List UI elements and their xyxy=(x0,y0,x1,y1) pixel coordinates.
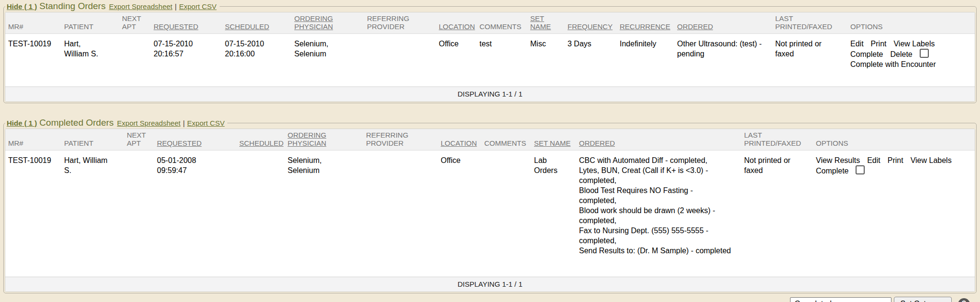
complete-link[interactable]: Complete xyxy=(850,50,883,58)
category-select[interactable]: Completed xyxy=(790,297,891,302)
col-ordering-physician[interactable]: ORDERINGPHYSICIAN xyxy=(291,12,364,34)
ordering-physician-cell: Selenium, Selenium xyxy=(291,34,364,87)
last-printed-faxed-cell: Not printed or faxed xyxy=(741,151,813,277)
ordered-cell: CBC with Automated Diff - completed, Lyt… xyxy=(576,151,741,277)
comments-cell: test xyxy=(477,34,527,87)
set-category-button[interactable]: Set Category xyxy=(894,297,952,302)
col-location[interactable]: LOCATION xyxy=(436,12,477,34)
set-name-cell: Misc xyxy=(527,34,565,87)
standing-header-row: MR# PATIENT NEXTAPT REQUESTED SCHEDULED … xyxy=(5,12,975,34)
standing-orders-legend: Hide ( 1 )Standing OrdersExport Spreadsh… xyxy=(5,1,220,11)
scheduled-cell xyxy=(236,151,285,277)
last-printed-faxed-cell: Not printed or faxed xyxy=(772,34,847,87)
col-ordered[interactable]: ORDERED xyxy=(576,129,741,151)
bottom-bar: Completed Set Category ? xyxy=(3,297,977,302)
ordered-item: Blood work should be drawn (2 weeks) - c… xyxy=(579,205,732,226)
standing-orders-table: MR# PATIENT NEXTAPT REQUESTED SCHEDULED … xyxy=(5,12,975,86)
col-set-name[interactable]: SETNAME xyxy=(527,12,565,34)
col-scheduled[interactable]: SCHEDULED xyxy=(236,129,285,151)
export-csv-link[interactable]: Export CSV xyxy=(187,119,224,127)
print-link[interactable]: Print xyxy=(871,40,887,48)
completed-orders-table-box: MR# PATIENT NEXTAPT REQUESTED SCHEDULED … xyxy=(5,129,975,292)
next-apt-cell xyxy=(119,34,151,87)
ordered-item: Blood Test Requires NO Fasting - complet… xyxy=(579,185,732,205)
displaying-count: DISPLAYING 1-1 / 1 xyxy=(5,86,975,101)
scheduled-cell: 07-15-2010 20:16:00 xyxy=(222,34,291,87)
hide-standing-orders-link[interactable]: Hide ( 1 ) xyxy=(7,2,37,11)
col-options: OPTIONS xyxy=(847,12,975,34)
edit-link[interactable]: Edit xyxy=(850,40,864,48)
hide-completed-orders-link[interactable]: Hide ( 1 ) xyxy=(7,119,37,127)
col-next-apt: NEXTAPT xyxy=(119,12,151,34)
complete-link[interactable]: Complete xyxy=(816,167,848,175)
edit-link[interactable]: Edit xyxy=(867,156,880,164)
requested-cell: 05-01-2008 09:59:47 xyxy=(154,151,236,277)
displaying-count: DISPLAYING 1-1 / 1 xyxy=(5,277,975,291)
complete-checkbox[interactable] xyxy=(856,165,865,174)
category-select-value: Completed xyxy=(795,300,832,302)
complete-checkbox[interactable] xyxy=(920,49,929,58)
export-spreadsheet-link[interactable]: Export Spreadsheet xyxy=(109,2,173,11)
ordered-item: CBC with Automated Diff - completed, xyxy=(579,155,732,165)
col-mr: MR# xyxy=(5,12,61,34)
referring-provider-cell xyxy=(364,34,436,87)
chevron-down-icon xyxy=(881,300,888,302)
view-results-link[interactable]: View Results xyxy=(816,156,860,164)
col-patient: PATIENT xyxy=(61,12,119,34)
col-ordering-physician[interactable]: ORDERINGPHYSICIAN xyxy=(285,129,363,151)
ordered-item: Other Ultrasound: (test) - pending xyxy=(677,39,766,59)
mr-cell: TEST-10019 xyxy=(5,34,61,87)
options-cell: EditPrintView Labels CompleteDelete Comp… xyxy=(847,34,975,87)
completed-orders-title: Completed Orders xyxy=(39,118,113,128)
table-row: TEST-10019 Hart, William S. 07-15-2010 2… xyxy=(5,34,975,87)
standing-orders-section: Hide ( 1 )Standing OrdersExport Spreadsh… xyxy=(3,1,977,103)
col-comments: COMMENTS xyxy=(481,129,531,151)
col-last-printed-faxed: LASTPRINTED/FAXED xyxy=(772,12,847,34)
location-cell: Office xyxy=(436,34,477,87)
col-frequency[interactable]: FREQUENCY xyxy=(565,12,617,34)
link-separator: | xyxy=(183,119,185,127)
patient-cell: Hart, William S. xyxy=(61,34,119,87)
col-location[interactable]: LOCATION xyxy=(438,129,481,151)
page: Hide ( 1 )Standing OrdersExport Spreadsh… xyxy=(0,0,980,302)
referring-provider-cell xyxy=(363,151,438,277)
standing-orders-title: Standing Orders xyxy=(39,1,105,11)
comments-cell xyxy=(481,151,531,277)
col-last-printed-faxed: LASTPRINTED/FAXED xyxy=(741,129,813,151)
print-link[interactable]: Print xyxy=(888,156,903,164)
options-cell: View ResultsEditPrintView Labels Complet… xyxy=(813,151,975,277)
link-separator: | xyxy=(175,2,177,11)
col-scheduled[interactable]: SCHEDULED xyxy=(222,12,291,34)
col-patient: PATIENT xyxy=(61,129,124,151)
col-options: OPTIONS xyxy=(813,129,975,151)
completed-header-row: MR# PATIENT NEXTAPT REQUESTED SCHEDULED … xyxy=(5,129,975,151)
mr-cell: TEST-10019 xyxy=(5,151,61,277)
requested-cell: 07-15-2010 20:16:57 xyxy=(151,34,222,87)
export-csv-link[interactable]: Export CSV xyxy=(179,2,216,11)
col-mr: MR# xyxy=(5,129,61,151)
recurrence-cell: Indefinitely xyxy=(617,34,674,87)
view-labels-link[interactable]: View Labels xyxy=(911,156,952,164)
col-recurrence[interactable]: RECURRENCE xyxy=(617,12,674,34)
ordered-item: Fax to Nursing Dept. (555) 555-5555 - co… xyxy=(579,226,732,246)
help-icon[interactable]: ? xyxy=(958,298,970,302)
col-ordered[interactable]: ORDERED xyxy=(674,12,772,34)
col-requested[interactable]: REQUESTED xyxy=(154,129,236,151)
completed-orders-legend: Hide ( 1 )Completed OrdersExport Spreads… xyxy=(5,118,227,128)
ordered-cell: Other Ultrasound: (test) - pending xyxy=(674,34,772,87)
col-requested[interactable]: REQUESTED xyxy=(151,12,222,34)
patient-cell: Hart, William S. xyxy=(61,151,124,277)
standing-orders-table-box: MR# PATIENT NEXTAPT REQUESTED SCHEDULED … xyxy=(5,12,975,102)
completed-orders-section: Hide ( 1 )Completed OrdersExport Spreads… xyxy=(3,118,977,293)
col-referring-provider: REFERRINGPROVIDER xyxy=(364,12,436,34)
col-next-apt: NEXTAPT xyxy=(124,129,154,151)
col-set-name[interactable]: SET NAME xyxy=(531,129,576,151)
table-row: TEST-10019 Hart, William S. 05-01-2008 0… xyxy=(5,151,975,277)
view-labels-link[interactable]: View Labels xyxy=(893,40,935,48)
complete-with-encounter-link[interactable]: Complete with Encounter xyxy=(850,60,936,68)
col-comments: COMMENTS xyxy=(477,12,527,34)
export-spreadsheet-link[interactable]: Export Spreadsheet xyxy=(117,119,181,127)
location-cell: Office xyxy=(438,151,481,277)
delete-link[interactable]: Delete xyxy=(890,50,912,58)
ordered-item: Lytes, BUN, Creat (Call if K+ is <3.0) -… xyxy=(579,165,732,185)
